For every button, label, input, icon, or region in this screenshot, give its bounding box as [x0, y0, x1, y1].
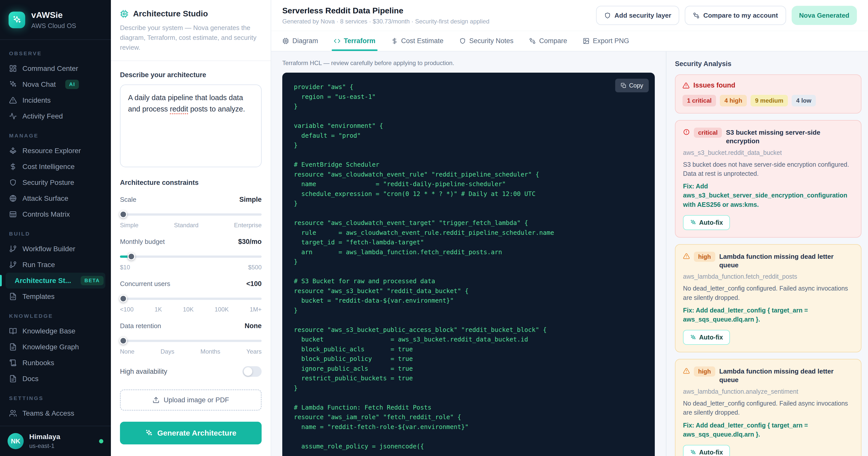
user-bar[interactable]: NK Himalaya us-east-1	[0, 426, 111, 456]
security-issue-card: high Lambda function missing dead letter…	[675, 359, 862, 456]
main-area: Serverless Reddit Data Pipeline Generate…	[271, 0, 868, 456]
book-open-icon	[9, 327, 17, 335]
auto-fix-button[interactable]: Auto-fix	[683, 445, 730, 456]
table-icon	[9, 210, 17, 218]
sidebar-item-label: Nova Chat	[23, 81, 56, 88]
issue-resource: aws_s3_bucket.reddit_data_bucket	[683, 149, 854, 156]
online-status-dot	[99, 439, 103, 444]
app-subtitle: AWS Cloud OS	[31, 22, 76, 30]
constraint-value: <100	[246, 280, 261, 288]
compare-to-account-button[interactable]: Compare to my account	[685, 6, 786, 25]
sidebar-item-controls-matrix[interactable]: Controls Matrix	[5, 206, 105, 222]
app-logo	[8, 11, 25, 28]
shield-icon	[604, 12, 611, 19]
high-availability-toggle[interactable]	[243, 366, 261, 377]
dashboard-grid-icon	[9, 64, 17, 73]
users-slider[interactable]	[120, 295, 261, 303]
tab-export-png[interactable]: Export PNG	[583, 31, 629, 51]
file-text-icon	[9, 343, 17, 351]
issue-fix: Fix: Add dead_letter_config { target_arn…	[683, 421, 854, 439]
upload-button[interactable]: Upload image or PDF	[120, 390, 261, 410]
copy-button[interactable]: Copy	[615, 79, 649, 92]
medium-count-chip: 9 medium	[750, 95, 788, 107]
users-icon	[9, 409, 17, 417]
git-branch-icon	[9, 245, 17, 253]
slider-thumb[interactable]	[120, 337, 127, 344]
tab-label: Cost Estimate	[401, 37, 443, 45]
sidebar-item-label: Architecture St...	[14, 277, 71, 285]
tab-security-notes[interactable]: Security Notes	[459, 31, 514, 51]
sidebar-item-label: Controls Matrix	[23, 210, 70, 219]
sidebar-item-activity-feed[interactable]: Activity Feed	[5, 108, 105, 124]
app-name: vAWSie	[31, 10, 76, 20]
tab-cost-estimate[interactable]: Cost Estimate	[391, 31, 443, 51]
severity-badge: critical	[694, 127, 722, 138]
tab-terraform[interactable]: Terraform	[334, 31, 375, 51]
sidebar-item-integrations[interactable]: Integrations	[5, 421, 105, 426]
constraint-concurrent-users: Concurrent users <100 <100 1K 10K 100K 1…	[120, 280, 261, 313]
slider-thumb[interactable]	[120, 210, 127, 218]
slider-thumb[interactable]	[127, 253, 135, 260]
sparkles-icon	[690, 450, 696, 456]
tab-diagram[interactable]: Diagram	[282, 31, 318, 51]
sidebar-item-label: Teams & Access	[23, 409, 74, 418]
sidebar-item-run-trace[interactable]: Run Trace	[5, 257, 105, 273]
sidebar-item-incidents[interactable]: Incidents	[5, 92, 105, 108]
sidebar-item-knowledge-base[interactable]: Knowledge Base	[5, 323, 105, 339]
tick-label: 10K	[183, 306, 194, 313]
shield-icon	[9, 178, 17, 187]
auto-fix-label: Auto-fix	[699, 219, 723, 226]
auto-fix-button[interactable]: Auto-fix	[683, 215, 730, 230]
sidebar-item-label: Resource Explorer	[23, 147, 81, 155]
code-icon	[334, 37, 341, 45]
sidebar-item-templates[interactable]: Templates	[5, 288, 105, 305]
section-label-observe: OBSERVE	[5, 42, 105, 60]
issue-title: Lambda function missing dead letter queu…	[719, 252, 854, 269]
issue-resource: aws_lambda_function.analyze_sentiment	[683, 388, 854, 395]
tab-compare[interactable]: Compare	[529, 31, 567, 51]
sidebar-item-label: Incidents	[23, 96, 51, 105]
section-label-knowledge: KNOWLEDGE	[5, 305, 105, 323]
constraint-scale: Scale Simple Simple Standard Enterprise	[120, 196, 261, 229]
retention-slider[interactable]	[120, 337, 261, 344]
issue-title: Lambda function missing dead letter queu…	[719, 367, 854, 384]
constraint-label: Scale	[120, 196, 136, 203]
generate-architecture-button[interactable]: Generate Architecture	[120, 422, 261, 445]
terraform-code[interactable]: provider "aws" { region = "us-east-1" } …	[282, 73, 655, 456]
scale-slider[interactable]	[120, 210, 261, 218]
auto-fix-button[interactable]: Auto-fix	[683, 330, 730, 345]
sidebar-item-attack-surface[interactable]: Attack Surface	[5, 191, 105, 206]
sidebar-item-teams-access[interactable]: Teams & Access	[5, 405, 105, 421]
sidebar-item-nova-chat[interactable]: Nova Chat AI	[5, 77, 105, 92]
constraint-label: Concurrent users	[120, 280, 170, 288]
slider-thumb[interactable]	[120, 295, 127, 303]
studio-title: Architecture Studio	[133, 9, 208, 19]
alert-triangle-icon	[9, 96, 17, 104]
add-security-layer-button[interactable]: Add security layer	[596, 6, 679, 25]
brand: vAWSie AWS Cloud OS	[0, 0, 111, 40]
tick-label: Years	[247, 348, 262, 355]
tab-label: Security Notes	[469, 37, 514, 45]
issue-description: No dead_letter_config configured. Failed…	[683, 399, 854, 417]
sidebar-item-label: Workflow Builder	[23, 245, 75, 253]
low-count-chip: 4 low	[792, 95, 816, 107]
sidebar-item-runbooks[interactable]: Runbooks	[5, 355, 105, 371]
cpu-icon	[120, 9, 128, 18]
sidebar-item-workflow-builder[interactable]: Workflow Builder	[5, 241, 105, 257]
sidebar-item-resource-explorer[interactable]: Resource Explorer	[5, 143, 105, 159]
constraints-title: Architecture constraints	[120, 179, 261, 187]
sidebar-item-security-posture[interactable]: Security Posture	[5, 174, 105, 191]
upload-icon	[153, 397, 159, 403]
button-label: Add security layer	[615, 11, 671, 20]
git-branch-icon	[9, 261, 17, 268]
sidebar-item-architecture-studio[interactable]: Architecture St... BETA	[5, 273, 105, 288]
sidebar-item-knowledge-graph[interactable]: Knowledge Graph	[5, 339, 105, 355]
constraint-data-retention: Data retention None None Days Months Yea…	[120, 322, 261, 355]
high-count-chip: 4 high	[720, 95, 747, 107]
budget-slider[interactable]	[120, 253, 261, 260]
sidebar-item-docs[interactable]: Docs	[5, 371, 105, 387]
sidebar-item-cost-intelligence[interactable]: Cost Intelligence	[5, 159, 105, 174]
tick-label: Months	[200, 348, 220, 355]
architecture-prompt-input[interactable]: A daily data pipeline that loads data an…	[120, 85, 261, 167]
sidebar-item-command-center[interactable]: Command Center	[5, 60, 105, 77]
